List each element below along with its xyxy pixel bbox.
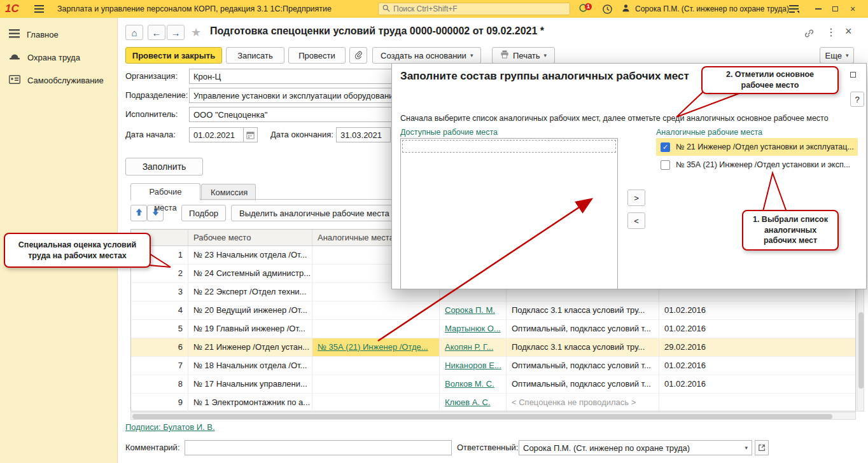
col-workplace[interactable]: Рабочее место: [188, 230, 312, 245]
caret-down-icon: ▾: [846, 52, 849, 59]
available-list-label: Доступные рабочие места: [400, 128, 498, 137]
discussions-icon[interactable]: [789, 0, 800, 18]
dialog-maximize-icon[interactable]: [850, 72, 856, 78]
start-date-field[interactable]: [189, 127, 244, 142]
mark-similar-workplaces-button[interactable]: Выделить аналогичные рабочие места: [231, 205, 398, 221]
executor-field[interactable]: [189, 107, 403, 122]
main-menu-icon[interactable]: [34, 0, 44, 18]
checkbox-checked-icon[interactable]: ✓: [661, 142, 670, 152]
callout-step1: 1. Выбрали список аналогичных рабочих ме…: [742, 210, 839, 251]
end-date-label: Дата окончания:: [270, 127, 333, 142]
forward-button[interactable]: →: [167, 25, 185, 40]
comment-field[interactable]: [185, 440, 452, 455]
post-button[interactable]: Провести: [288, 47, 346, 64]
comment-label: Комментарий:: [125, 440, 180, 455]
similar-list-item[interactable]: № 35А (21) Инженер /Отдел установки и эк…: [656, 156, 858, 174]
printer-icon: [500, 50, 509, 60]
attachments-button[interactable]: [349, 47, 367, 64]
table-row[interactable]: 9№ 1 Электромонтажник по а... Клюев А. С…: [131, 394, 855, 412]
app-title: Зарплата и управление персоналом КОРП, р…: [57, 0, 332, 18]
responsible-link[interactable]: Сорока П. М.: [445, 305, 495, 315]
favorite-star-icon[interactable]: ★: [191, 25, 201, 39]
move-to-available-button[interactable]: <: [627, 212, 645, 229]
sidebar-item-main[interactable]: Главное: [0, 23, 117, 46]
sidebar-item-label: Самообслуживание: [27, 76, 104, 85]
table-row[interactable]: 7№ 18 Начальник отдела /От... Никаноров …: [131, 357, 855, 375]
organization-field[interactable]: [189, 69, 403, 84]
back-button[interactable]: ←: [148, 25, 165, 40]
table-row[interactable]: 4№ 20 Ведущий инженер /От... Сорока П. М…: [131, 301, 855, 320]
horizontal-scrollbar[interactable]: [130, 412, 856, 420]
signatures-link[interactable]: Подписи: Булатов И. В.: [125, 422, 215, 432]
responsible-link[interactable]: Клюев А. С.: [445, 397, 491, 407]
restore-button[interactable]: [832, 0, 838, 18]
end-date-field[interactable]: [336, 127, 391, 142]
arrow-up-icon: [135, 208, 143, 218]
window-close-button[interactable]: ×: [850, 0, 855, 18]
callout-step2: 2. Отметили основное рабочее место: [701, 66, 839, 94]
department-field[interactable]: [189, 88, 403, 103]
dialog-help-button[interactable]: ?: [850, 92, 864, 107]
move-up-button[interactable]: [130, 205, 147, 221]
responsible-link[interactable]: Мартынюк О...: [445, 324, 501, 333]
dialog-instruction: Сначала выберите список аналогичных рабо…: [400, 114, 829, 123]
print-button[interactable]: Печать▾: [492, 47, 555, 64]
home-icon: ⌂: [131, 27, 137, 38]
form-close-button[interactable]: ×: [845, 25, 852, 38]
responsible-field[interactable]: Сорока П.М. (Ст. инженер по охране труда…: [519, 440, 752, 455]
more-button[interactable]: Еще▾: [820, 47, 854, 64]
back-icon: ←: [152, 27, 162, 38]
post-and-close-button[interactable]: Провести и закрыть: [125, 47, 222, 64]
notification-badge: 1: [585, 3, 592, 10]
available-workplaces-list[interactable]: [400, 138, 618, 289]
executor-label: Исполнитель:: [125, 107, 178, 122]
caret-down-icon: ▾: [544, 52, 547, 59]
calendar-icon[interactable]: [244, 127, 258, 142]
checkbox-unchecked-icon[interactable]: [661, 160, 670, 170]
start-date-label: Дата начала:: [125, 127, 176, 142]
table-row-selected[interactable]: 6№ 21 Инженер /Отдел устан... № 35А (21)…: [131, 338, 855, 357]
forward-icon: →: [171, 27, 181, 38]
empty-selection-frame: [402, 140, 616, 153]
kebab-menu-icon[interactable]: ⋮: [826, 26, 836, 38]
department-label: Подразделение:: [125, 88, 188, 103]
page-title: Подготовка спецоценки условий труда 0000…: [210, 25, 544, 37]
history-icon[interactable]: [602, 0, 613, 18]
app-window: 1С Зарплата и управление персоналом КОРП…: [0, 0, 868, 463]
similar-workplace-link[interactable]: № 35А (21) Инженер /Отде...: [318, 342, 428, 352]
search-input[interactable]: [393, 4, 552, 13]
responsible-link[interactable]: Волков М. С.: [445, 379, 494, 389]
home-button[interactable]: ⌂: [125, 25, 143, 40]
global-search[interactable]: [378, 3, 570, 15]
similar-item-label: № 35А (21) Инженер /Отдел установки и эк…: [676, 160, 850, 169]
similar-group-dialog: Заполните состав группы аналогичных рабо…: [391, 63, 867, 289]
sidebar-item-self-service[interactable]: Самообслуживание: [0, 69, 117, 92]
minimize-button[interactable]: [815, 0, 822, 18]
table-row[interactable]: 5№ 19 Главный инженер /От... Мартынюк О.…: [131, 320, 855, 338]
search-icon: [382, 4, 390, 14]
similar-list-label: Аналогичные рабочие места: [656, 128, 762, 137]
responsible-link[interactable]: Никаноров Е...: [445, 361, 501, 370]
sidebar-item-labor-safety[interactable]: Охрана труда: [0, 46, 117, 69]
move-to-similar-button[interactable]: >: [627, 190, 645, 206]
notifications-icon[interactable]: 1: [578, 0, 589, 18]
1c-logo[interactable]: 1С: [5, 0, 19, 18]
tab-workplaces[interactable]: Рабочие места: [130, 183, 200, 200]
fill-button[interactable]: Заполнить: [125, 158, 203, 176]
topbar: 1С Зарплата и управление персоналом КОРП…: [0, 0, 868, 18]
responsible-label: Ответственный:: [457, 440, 518, 455]
user-name: Сорока П.М. (Ст. инженер по охране труда…: [635, 4, 789, 13]
sidebar-item-label: Охрана труда: [27, 53, 80, 62]
get-link-icon[interactable]: [804, 28, 815, 41]
user-menu[interactable]: Сорока П.М. (Ст. инженер по охране труда…: [621, 0, 789, 18]
user-icon: [621, 3, 631, 15]
create-on-basis-button[interactable]: Создать на основании▾: [372, 47, 481, 64]
sidebar-item-label: Главное: [27, 30, 59, 39]
pick-button[interactable]: Подбор: [181, 205, 226, 221]
table-row[interactable]: 8№ 17 Начальник управлени... Волков М. С…: [131, 375, 855, 394]
responsible-link[interactable]: Акопян Р. Г...: [445, 342, 493, 352]
open-responsible-button[interactable]: [755, 440, 769, 455]
save-button[interactable]: Записать: [226, 47, 284, 64]
paperclip-icon: [354, 50, 363, 61]
similar-list-item[interactable]: ✓ № 21 Инженер /Отдел установки и эксплу…: [656, 138, 858, 156]
